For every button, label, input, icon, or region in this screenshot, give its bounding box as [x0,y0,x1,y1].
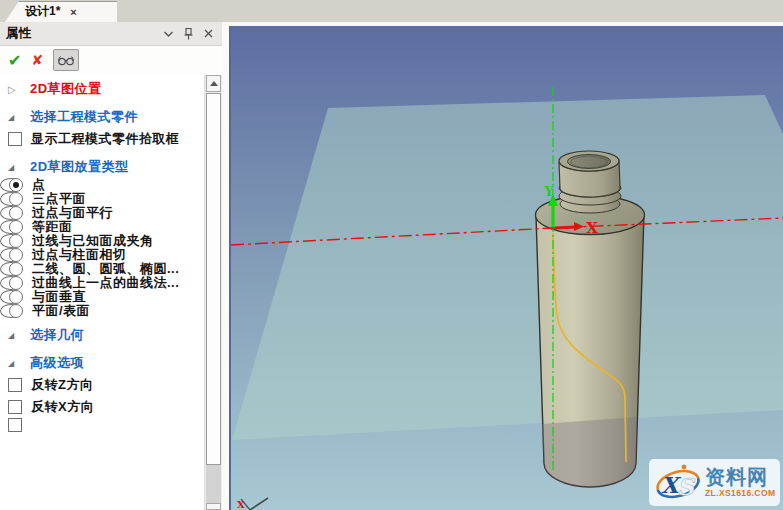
expand-icon[interactable]: ▷ [8,84,22,95]
neck-opening [568,155,611,169]
radio-button[interactable] [9,262,23,276]
tab-close-icon[interactable]: × [70,6,76,18]
scroll-up-button[interactable] [206,75,221,92]
row-label: 显示工程模式零件拾取框 [31,130,180,148]
collapse-icon[interactable]: ◢ [8,331,22,340]
triad-x-label: X [237,499,245,510]
y-axis-label: Y [543,184,554,199]
options-list: ▷2D草图位置◢选择工程模式零件显示工程模式零件拾取框◢2D草图放置类型点三点平… [0,76,203,510]
radio-offset-face[interactable]: 等距面 [0,220,22,234]
row-label: 反转X方向 [31,398,94,416]
panel-header: 属性 [0,22,222,46]
checkbox[interactable] [8,378,22,392]
chevron-down-icon[interactable] [160,27,176,41]
collapse-icon[interactable]: ◢ [8,359,22,368]
collapse-icon[interactable]: ◢ [8,163,22,172]
cancel-x-icon[interactable]: ✘ [31,52,43,68]
radio-button[interactable] [9,178,23,192]
section-2d-sketch-location[interactable]: ▷2D草图位置 [0,78,203,100]
radio-button[interactable] [9,220,23,234]
scroll-down-button[interactable] [206,503,221,510]
watermark-logo-icon: X S [653,462,703,504]
watermark-site-url: ZL.XS1616.COM [705,489,775,498]
svg-text:S: S [677,473,696,500]
properties-panel: 属性 ✔ ✘ ▷2D草图位置◢ [0,22,222,510]
row-label: 2D草图放置类型 [30,158,129,176]
confirm-check-icon[interactable]: ✔ [8,51,21,70]
row-label: 选择工程模式零件 [30,108,138,126]
scrollbar-thumb[interactable] [206,93,221,465]
radio-through-point-parallel-face[interactable]: 过点与面平行 [0,206,22,220]
close-icon[interactable] [200,27,216,41]
watermark: X S 资料网 ZL.XS1616.COM [649,459,780,506]
radio-curve-normal-at-point[interactable]: 过曲线上一点的曲线法... [0,276,22,290]
scrollbar-track[interactable] [206,465,221,503]
checkbox [8,418,22,432]
radio-three-point-plane[interactable]: 三点平面 [0,192,22,206]
x-axis-arrow-shaft[interactable] [555,227,576,228]
tab-label: 设计1* [25,3,60,20]
row-label: 2D草图位置 [30,80,102,98]
x-axis-label: X [586,219,598,237]
document-tab-bar: 设计1* × [0,0,783,23]
row-label: 反转Z方向 [31,376,93,394]
eyeglasses-icon [58,55,75,66]
plane-over-bottle-tint [542,417,637,487]
radio-plane-surface[interactable]: 平面/表面 [0,304,22,318]
checkbox[interactable] [8,132,22,146]
section-select-geometry[interactable]: ◢选择几何 [0,324,203,346]
radio-two-lines-circle-arc-ellipse[interactable]: 二线、圆、圆弧、椭圆... [0,262,22,276]
panel-title: 属性 [6,25,31,42]
radio-point-tangent-cylinder[interactable]: 过点与柱面相切 [0,248,22,262]
radio-button[interactable] [9,276,23,290]
preview-glasses-button[interactable] [53,49,79,71]
clipped-row [0,418,203,428]
radio-button[interactable] [9,234,23,248]
viewport-canvas[interactable]: Y X X [231,26,783,510]
application-window: 设计1* × 属性 ✔ ✘ [0,0,783,510]
checkbox-flip-z-direction[interactable]: 反转Z方向 [0,374,203,396]
section-2d-sketch-placement-type[interactable]: ◢2D草图放置类型 [0,156,203,178]
row-label: 平面/表面 [32,302,90,320]
pin-icon[interactable] [180,27,196,41]
radio-button[interactable] [9,304,23,318]
panel-toolbar: ✔ ✘ [0,46,222,74]
radio-line-angle-to-known-face[interactable]: 过线与已知面成夹角 [0,234,22,248]
row-label: 选择几何 [30,326,84,344]
panel-scrollbar[interactable] [204,75,222,510]
radio-button[interactable] [9,290,23,304]
row-label: 高级选项 [30,354,84,372]
radio-point[interactable]: 点 [0,178,22,192]
viewport-3d[interactable]: Y X X X [231,26,783,510]
radio-perpendicular-to-face[interactable]: 与面垂直 [0,290,22,304]
section-advanced-options[interactable]: ◢高级选项 [0,352,203,374]
checkbox[interactable] [8,400,22,414]
radio-button[interactable] [9,192,23,206]
radio-button[interactable] [9,206,23,220]
collapse-icon[interactable]: ◢ [8,113,22,122]
radio-button[interactable] [9,248,23,262]
checkbox-show-engineering-part-pickbox[interactable]: 显示工程模式零件拾取框 [0,128,203,150]
watermark-site-name: 资料网 [705,467,775,487]
section-select-engineering-part[interactable]: ◢选择工程模式零件 [0,106,203,128]
checkbox-flip-x-direction[interactable]: 反转X方向 [0,396,203,418]
tab-design1[interactable]: 设计1* × [5,1,117,22]
